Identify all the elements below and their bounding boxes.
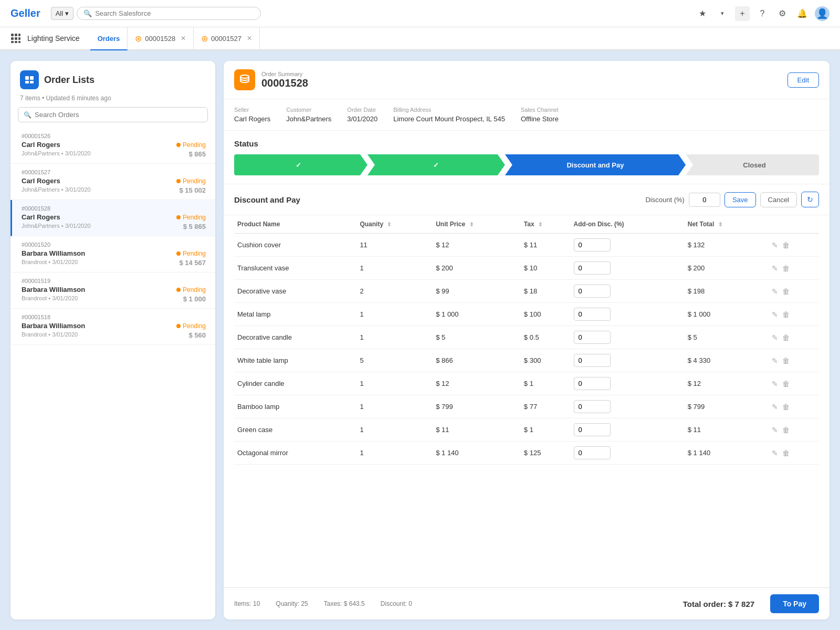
delete-row-icon[interactable]: 🗑 <box>782 310 790 319</box>
cancel-button[interactable]: Cancel <box>760 192 797 207</box>
addon-input[interactable] <box>574 446 611 459</box>
svg-rect-1 <box>15 34 17 36</box>
order-item[interactable]: #00001528 Carl Rogers Pending John&Partn… <box>10 200 215 236</box>
table-row: Decorative vase 2 $ 99 $ 18 $ 198 ✎ 🗑 <box>234 280 819 303</box>
delete-row-icon[interactable]: 🗑 <box>782 426 790 434</box>
discount-input[interactable] <box>689 193 720 207</box>
edit-row-icon[interactable]: ✎ <box>772 287 778 296</box>
order-item[interactable]: #00001519 Barbara Williamson Pending Bra… <box>10 272 215 309</box>
product-actions: ✎ 🗑 <box>766 234 819 257</box>
sales-channel-value: Offline Store <box>521 115 559 123</box>
notifications-icon[interactable]: 🔔 <box>795 6 810 21</box>
product-addon[interactable] <box>571 442 685 465</box>
order-name: Carl Rogers <box>22 141 60 149</box>
app-name[interactable]: Lighting Service <box>27 34 80 43</box>
main-content: Order Lists 7 items • Updated 6 minutes … <box>0 50 840 630</box>
to-pay-button[interactable]: To Pay <box>770 594 819 613</box>
avatar-icon[interactable]: 👤 <box>815 6 830 21</box>
product-name: Green case <box>234 418 356 442</box>
product-addon[interactable] <box>571 418 685 442</box>
svg-rect-11 <box>25 81 29 83</box>
product-net-total: $ 4 330 <box>685 349 766 372</box>
edit-row-icon[interactable]: ✎ <box>772 449 778 457</box>
addon-input[interactable] <box>574 354 611 367</box>
product-addon[interactable] <box>571 326 685 349</box>
edit-row-icon[interactable]: ✎ <box>772 403 778 411</box>
refresh-button[interactable]: ↻ <box>801 192 819 207</box>
addon-input[interactable] <box>574 238 611 251</box>
help-icon[interactable]: ? <box>755 6 770 21</box>
tab-00001527-label: 00001527 <box>211 35 242 43</box>
svg-rect-7 <box>15 41 17 43</box>
favorites-icon[interactable]: ★ <box>695 6 710 21</box>
edit-row-icon[interactable]: ✎ <box>772 264 778 272</box>
product-addon[interactable] <box>571 303 685 326</box>
tab-00001527-close[interactable]: ✕ <box>247 35 252 42</box>
app-grid-icon[interactable] <box>8 31 23 46</box>
order-item[interactable]: #00001518 Barbara Williamson Pending Bra… <box>10 309 215 345</box>
product-addon[interactable] <box>571 234 685 257</box>
order-item[interactable]: #00001527 Carl Rogers Pending John&Partn… <box>10 164 215 200</box>
table-row: Translucent vase 1 $ 200 $ 10 $ 200 ✎ 🗑 <box>234 257 819 280</box>
addon-input[interactable] <box>574 400 611 413</box>
product-addon[interactable] <box>571 280 685 303</box>
delete-row-icon[interactable]: 🗑 <box>782 241 790 249</box>
addon-input[interactable] <box>574 331 611 344</box>
discount-label: Discount (%) <box>645 196 684 204</box>
table-row: Octagonal mirror 1 $ 1 140 $ 125 $ 1 140… <box>234 442 819 465</box>
tab-00001528[interactable]: ⊛ 00001528 ✕ <box>128 27 194 50</box>
product-addon[interactable] <box>571 349 685 372</box>
addon-input[interactable] <box>574 285 611 298</box>
edit-row-icon[interactable]: ✎ <box>772 241 778 249</box>
edit-row-icon[interactable]: ✎ <box>772 426 778 434</box>
chevron-down-icon[interactable]: ▾ <box>715 6 730 21</box>
product-addon[interactable] <box>571 372 685 395</box>
order-item[interactable]: #00001526 Carl Rogers Pending John&Partn… <box>10 128 215 164</box>
delete-row-icon[interactable]: 🗑 <box>782 287 790 296</box>
delete-row-icon[interactable]: 🗑 <box>782 449 790 457</box>
delete-row-icon[interactable]: 🗑 <box>782 333 790 342</box>
addon-input[interactable] <box>574 308 611 321</box>
product-tax: $ 100 <box>521 303 571 326</box>
edit-row-icon[interactable]: ✎ <box>772 356 778 365</box>
tab-00001527[interactable]: ⊛ 00001527 ✕ <box>194 27 260 50</box>
product-actions: ✎ 🗑 <box>766 303 819 326</box>
product-tax: $ 125 <box>521 442 571 465</box>
svg-rect-0 <box>11 34 14 36</box>
order-list: #00001526 Carl Rogers Pending John&Partn… <box>10 128 215 620</box>
footer-quantity: Quanity: 25 <box>276 600 308 607</box>
edit-row-icon[interactable]: ✎ <box>772 333 778 342</box>
add-icon[interactable]: + <box>735 6 750 21</box>
addon-input[interactable] <box>574 377 611 390</box>
edit-row-icon[interactable]: ✎ <box>772 310 778 319</box>
order-amount: $ 15 002 <box>179 186 206 194</box>
table-row: White table lamp 5 $ 866 $ 300 $ 4 330 ✎… <box>234 349 819 372</box>
product-addon[interactable] <box>571 395 685 418</box>
search-filter-dropdown[interactable]: All ▾ <box>51 7 74 20</box>
order-item[interactable]: #00001520 Barbara Williamson Pending Bra… <box>10 236 215 272</box>
tab-orders[interactable]: Orders <box>90 27 128 50</box>
delete-row-icon[interactable]: 🗑 <box>782 403 790 411</box>
addon-input[interactable] <box>574 423 611 436</box>
search-orders-input[interactable] <box>35 111 202 119</box>
edit-button[interactable]: Edit <box>788 72 819 88</box>
addon-input[interactable] <box>574 261 611 275</box>
edit-row-icon[interactable]: ✎ <box>772 380 778 388</box>
settings-icon[interactable]: ⚙ <box>775 6 790 21</box>
product-net-total: $ 198 <box>685 280 766 303</box>
col-unit-price: Unit Price ⇕ <box>433 215 521 234</box>
status-step-3-label: Discount and Pay <box>566 161 624 169</box>
save-button[interactable]: Save <box>724 192 756 207</box>
product-unit-price: $ 12 <box>433 234 521 257</box>
order-meta: Brandroot • 3/01/2020 $ 1 000 <box>22 295 206 303</box>
delete-row-icon[interactable]: 🗑 <box>782 356 790 365</box>
sales-channel-col: Sales Channel Offline Store <box>521 107 559 123</box>
search-input[interactable] <box>95 9 200 17</box>
product-addon[interactable] <box>571 257 685 280</box>
order-amount: $ 560 <box>188 331 206 339</box>
tab-00001528-close[interactable]: ✕ <box>181 35 186 42</box>
product-unit-price: $ 200 <box>433 257 521 280</box>
delete-row-icon[interactable]: 🗑 <box>782 264 790 272</box>
product-tax: $ 18 <box>521 280 571 303</box>
delete-row-icon[interactable]: 🗑 <box>782 380 790 388</box>
